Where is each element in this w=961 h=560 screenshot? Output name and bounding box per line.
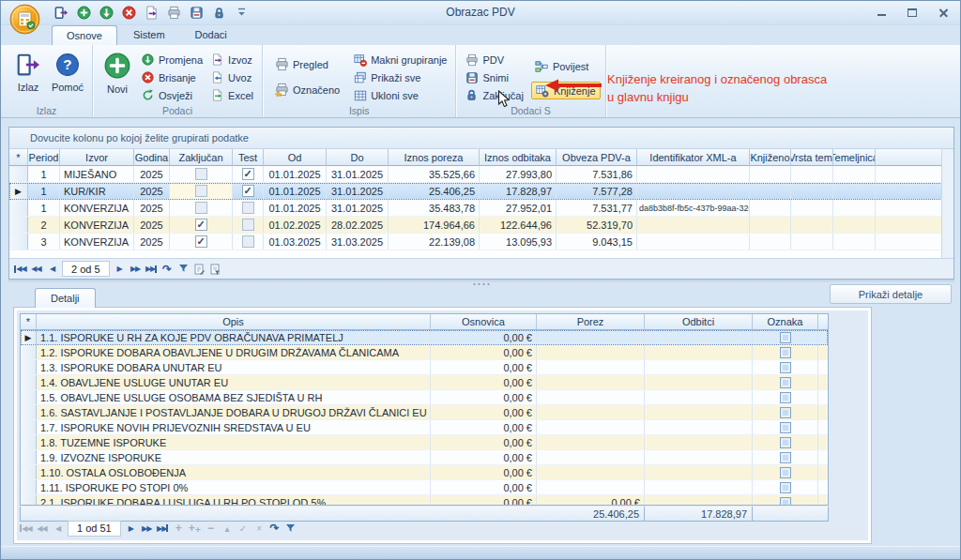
nav-edit-doc-icon[interactable] (193, 262, 206, 276)
cell-osnovica[interactable]: 0,00 € (431, 450, 537, 464)
col-header-odbitci[interactable]: Odbitci (645, 314, 753, 330)
cell-iznos_odbitaka[interactable]: 27.952,01 (480, 200, 557, 216)
nav-next-icon[interactable]: ▶ (114, 262, 126, 276)
col-header-porez[interactable]: Porez (537, 314, 645, 330)
cell-period[interactable]: 1 (28, 166, 60, 182)
nav-endedit-icon[interactable]: ✓ (236, 522, 249, 536)
cell-test[interactable]: ✓ (233, 183, 264, 199)
row-indicator-icon[interactable] (9, 217, 28, 233)
cell-test[interactable] (233, 234, 264, 250)
cell-test[interactable] (233, 200, 264, 216)
cell-porez[interactable] (537, 360, 645, 374)
cell-izvor[interactable]: KUR/KIR (60, 183, 134, 199)
cell-obveza[interactable]: 7.531,86 (557, 166, 637, 182)
cell-osnovica[interactable]: 0,00 € (431, 435, 537, 449)
col-header-temeljnica[interactable]: Temeljnica (833, 149, 876, 166)
cell-osnovica[interactable]: 0,00 € (431, 465, 537, 479)
cell-izvor[interactable]: KONVERZIJA (60, 234, 134, 250)
cell-iznos_odbitaka[interactable]: 27.993,80 (480, 166, 557, 182)
cell-iznos_odbitaka[interactable]: 13.095,93 (480, 234, 557, 250)
cell-porez[interactable] (537, 450, 645, 464)
table-row[interactable]: 1.5. OBAVLJENE USLUGE OSOBAMA BEZ SJEDIŠ… (21, 390, 828, 405)
nav-prev-icon[interactable]: ◀ (46, 262, 58, 276)
horizontal-splitter[interactable] (8, 280, 954, 289)
row-indicator-icon[interactable] (21, 360, 37, 374)
maximize-button[interactable] (905, 6, 920, 19)
cell-odbitci[interactable] (645, 495, 753, 506)
cell-opis[interactable]: 1.9. IZVOZNE ISPORUKE (37, 450, 431, 464)
col-header-osnovica[interactable]: Osnovica (431, 314, 537, 330)
col-header-vrsta-tem[interactable]: Vrsta tem. (791, 149, 833, 166)
cell-oznaka[interactable] (753, 420, 818, 434)
cell-odbitci[interactable] (645, 390, 753, 404)
cell-oznaka[interactable] (753, 450, 818, 464)
row-indicator-icon[interactable] (9, 234, 28, 250)
row-indicator-icon[interactable] (21, 450, 37, 464)
cell-osnovica[interactable]: 0,00 € (431, 375, 537, 389)
cell-vrsta[interactable] (791, 234, 833, 250)
col-header-obveza-pdv[interactable]: Obveza PDV-a (557, 149, 637, 166)
row-indicator-icon[interactable]: ▶ (21, 330, 37, 344)
cell-porez[interactable] (537, 420, 645, 434)
cell-test[interactable] (233, 217, 264, 233)
cell-xml[interactable] (637, 166, 750, 182)
cell-oznaka[interactable] (753, 465, 818, 479)
cell-do[interactable]: 31.01.2025 (327, 166, 389, 182)
cell-porez[interactable] (537, 345, 645, 359)
row-indicator-icon[interactable] (21, 435, 37, 449)
cell-opis[interactable]: 1.5. OBAVLJENE USLUGE OSOBAMA BEZ SJEDIŠ… (37, 390, 431, 404)
table-row[interactable]: 1MIJEŠANO2025✓01.01.202531.01.202535.525… (9, 166, 953, 183)
checkbox-zakljucan[interactable]: ✓ (195, 219, 207, 231)
cell-porez[interactable] (537, 465, 645, 479)
minimize-button[interactable] (874, 6, 889, 19)
cell-opis[interactable]: 1.3. ISPORUKE DOBARA UNUTAR EU (37, 360, 431, 374)
oznaceno-button[interactable]: Označeno (271, 81, 343, 98)
row-indicator-icon[interactable] (9, 200, 28, 216)
checkbox-oznaka[interactable] (780, 467, 791, 478)
nav-filter-icon[interactable] (284, 522, 297, 536)
checkbox-zakljucan[interactable] (195, 168, 207, 180)
cell-vrsta[interactable] (791, 200, 833, 216)
cell-porez[interactable] (537, 480, 645, 494)
cell-odbitci[interactable] (645, 405, 753, 419)
checkbox-oznaka[interactable] (780, 422, 791, 433)
checkbox-test[interactable]: ✓ (242, 185, 254, 197)
row-indicator-icon[interactable] (21, 345, 37, 359)
cell-od[interactable]: 01.01.2025 (264, 166, 327, 182)
checkbox-oznaka[interactable] (780, 482, 791, 493)
cell-odbitci[interactable] (645, 435, 753, 449)
izvoz-button[interactable]: Izvoz (206, 51, 257, 68)
cell-osnovica[interactable]: 0,00 € (431, 390, 537, 404)
nav-append-child-icon[interactable]: +₊ (189, 522, 201, 536)
cell-zakljucan[interactable]: ✓ (170, 234, 233, 250)
cell-oznaka[interactable] (753, 405, 818, 419)
cell-period[interactable]: 3 (28, 234, 60, 250)
cell-porez[interactable] (537, 405, 645, 419)
cell-period[interactable]: 1 (28, 200, 60, 216)
row-indicator-icon[interactable] (21, 465, 37, 479)
osvjezi-button[interactable]: Osvježi (137, 86, 206, 104)
promjena-button[interactable]: Promjena (137, 51, 206, 68)
nav-filter-doc-icon[interactable] (209, 262, 221, 276)
cell-knjizeno[interactable] (750, 166, 791, 182)
cell-porez[interactable] (537, 330, 645, 344)
nav-last-icon[interactable]: ▶▶ (157, 522, 169, 536)
col-header-opis[interactable]: Opis (37, 314, 431, 330)
cell-opis[interactable]: 1.7. ISPORUKE NOVIH PRIJEVOZNIH SREDSTAV… (37, 420, 431, 434)
cell-do[interactable]: 31.01.2025 (327, 200, 389, 216)
row-indicator-icon[interactable]: ▶ (9, 183, 28, 199)
row-indicator-icon[interactable] (21, 375, 37, 389)
cell-iznos_poreza[interactable]: 25.406,25 (389, 183, 480, 199)
cell-iznos_odbitaka[interactable]: 17.828,97 (480, 183, 557, 199)
makni-grupiranje-button[interactable]: Makni grupiranje (349, 51, 450, 68)
pomoc-button[interactable]: ? Pomoć (48, 48, 87, 93)
col-header-oznaka[interactable]: Oznaka (753, 314, 818, 330)
col-header-test[interactable]: Test (233, 149, 264, 166)
checkbox-oznaka[interactable] (780, 362, 791, 373)
cell-porez[interactable] (537, 390, 645, 404)
col-header-od[interactable]: Od (264, 149, 327, 166)
cell-xml[interactable]: da8b3b8f-fb5c-437b-99aa-32de (637, 200, 750, 216)
table-row[interactable]: 1.7. ISPORUKE NOVIH PRIJEVOZNIH SREDSTAV… (21, 420, 828, 435)
cell-do[interactable]: 28.02.2025 (327, 217, 389, 233)
cell-iznos_poreza[interactable]: 22.139,08 (389, 234, 480, 250)
